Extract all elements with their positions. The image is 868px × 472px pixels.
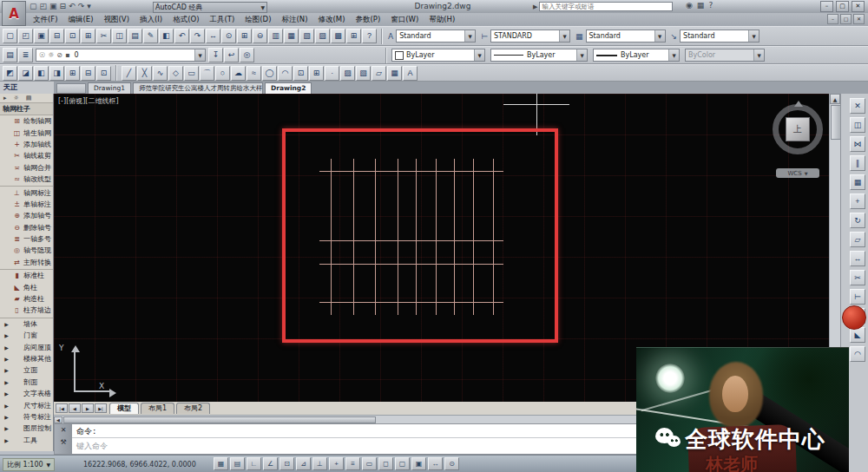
palette-item[interactable]: ⊞绘制轴网 bbox=[0, 115, 53, 127]
fillet-icon[interactable]: ◠ bbox=[850, 346, 865, 362]
chevron-down-icon[interactable]: ▼ bbox=[474, 49, 484, 61]
palette-item[interactable]: ◣角柱 bbox=[0, 281, 53, 292]
menu-item[interactable]: 修改(M) bbox=[312, 15, 350, 25]
mleader-style-select[interactable]: Standard ▼ bbox=[680, 30, 760, 43]
make-block-icon[interactable]: ⊞ bbox=[309, 66, 324, 81]
paste-icon[interactable]: ▤ bbox=[128, 29, 142, 43]
sheet-set-manager-icon[interactable]: ▨ bbox=[315, 29, 330, 43]
palette-item[interactable]: ≍轴网合并 bbox=[0, 162, 53, 174]
palette-item[interactable]: ▶图层控制 bbox=[0, 423, 53, 434]
table-icon[interactable]: ▦ bbox=[387, 66, 402, 81]
tool-palettes-icon[interactable]: ▧ bbox=[299, 29, 314, 43]
designcenter-icon[interactable]: ▦ bbox=[284, 29, 299, 43]
spline-icon[interactable]: ≈ bbox=[247, 66, 261, 81]
pan-realtime-icon[interactable]: ↔ bbox=[206, 29, 220, 43]
command-window-grip[interactable]: ✕ ⚒ bbox=[55, 424, 72, 454]
quick-view-layouts-button[interactable]: ▢ bbox=[395, 457, 410, 470]
dim-style-select[interactable]: STANDARD ▼ bbox=[490, 30, 570, 43]
osnap-tool-icon[interactable]: ◪ bbox=[18, 66, 33, 81]
chevron-down-icon[interactable]: ▼ bbox=[464, 30, 475, 42]
grid-toggle[interactable]: ▤ bbox=[230, 457, 245, 470]
polygon-icon[interactable]: ◇ bbox=[168, 66, 183, 81]
palette-item[interactable]: +添加轴线 bbox=[0, 139, 53, 150]
layout-tab[interactable]: 模型 bbox=[109, 403, 139, 414]
palette-item[interactable]: ▶门窗 bbox=[0, 330, 53, 341]
qsave-icon[interactable]: ▣ bbox=[34, 29, 49, 43]
menu-item[interactable]: 绘图(D) bbox=[240, 15, 276, 25]
scroll-left-button[interactable]: ◀ bbox=[54, 416, 62, 423]
prev-tab-button[interactable]: ◀ bbox=[69, 403, 81, 413]
hatch-icon[interactable]: ▨ bbox=[340, 66, 355, 81]
palette-item[interactable]: ◎轴号隐现 bbox=[0, 245, 53, 256]
palette-settings-icon[interactable]: ☼ bbox=[14, 95, 19, 102]
block-editor-icon[interactable]: ◧ bbox=[159, 29, 174, 43]
polar-toggle[interactable]: ∠ bbox=[263, 457, 278, 470]
palette-item[interactable]: ▶墙体 bbox=[0, 318, 53, 330]
ellipse-arc-icon[interactable]: ◠ bbox=[278, 66, 293, 81]
snap-toggle[interactable]: ▦ bbox=[214, 457, 228, 470]
palette-menu-icon[interactable]: ▤ bbox=[26, 95, 32, 102]
palette-item[interactable]: ⊥轴网标注 bbox=[0, 186, 53, 198]
palette-item[interactable]: ▶工具 bbox=[0, 435, 53, 446]
open-icon[interactable]: ◰ bbox=[18, 29, 33, 43]
copy-object-icon[interactable]: ◫ bbox=[850, 117, 865, 133]
palette-item[interactable]: ⊕添加轴号 bbox=[0, 210, 53, 221]
camera-tool-icon[interactable]: ⊡ bbox=[96, 66, 111, 81]
lineweight-control-select[interactable]: ByLayer ▼ bbox=[593, 49, 680, 62]
palette-item[interactable]: ±单轴标注 bbox=[0, 199, 53, 210]
layer-previous-icon[interactable]: ↩ bbox=[224, 48, 239, 62]
palette-item[interactable]: ≈轴改线型 bbox=[0, 174, 53, 185]
viewcube[interactable]: 上 bbox=[786, 117, 810, 141]
osnap-toggle[interactable]: ⊡ bbox=[279, 457, 294, 470]
restore-button[interactable]: ▢ bbox=[836, 1, 849, 12]
layer-state-icon[interactable]: ⊘ bbox=[56, 51, 62, 59]
workspace-switcher[interactable]: AutoCAD 经典 ▼ bbox=[153, 2, 267, 13]
menu-item[interactable]: 文件(F) bbox=[28, 15, 63, 25]
offset-icon[interactable]: ∥ bbox=[850, 155, 865, 171]
qat-customize-icon[interactable]: ▾ bbox=[87, 1, 91, 12]
scale-control[interactable]: 比例 1:100 ▼ bbox=[3, 458, 55, 471]
insert-block-tool-icon[interactable]: ◩ bbox=[3, 66, 17, 81]
palette-item[interactable]: ✂轴线裁剪 bbox=[0, 150, 53, 161]
zoom-previous-icon[interactable]: ⊖ bbox=[253, 29, 267, 43]
wcs-menu[interactable]: WCS ▼ bbox=[776, 168, 819, 178]
first-tab-button[interactable]: |◀ bbox=[56, 403, 68, 413]
document-tab[interactable]: Drawing1 bbox=[88, 82, 131, 94]
scale-icon[interactable]: ▱ bbox=[850, 232, 865, 247]
cut-icon[interactable]: ✂ bbox=[96, 29, 111, 43]
region-icon[interactable]: ▱ bbox=[372, 66, 386, 81]
arc-icon[interactable]: ⌒ bbox=[200, 66, 214, 81]
palette-item[interactable]: ▶尺寸标注 bbox=[0, 399, 53, 410]
layer-states-icon[interactable]: ≣ bbox=[18, 48, 33, 62]
plot-preview-icon[interactable]: ⊡ bbox=[65, 29, 80, 43]
next-tab-button[interactable]: ▶ bbox=[82, 403, 94, 413]
qp-toggle[interactable]: ▭ bbox=[362, 457, 377, 470]
chevron-down-icon[interactable]: ▼ bbox=[559, 30, 569, 42]
sign-in-icon[interactable]: ▦ bbox=[697, 1, 705, 10]
palette-item[interactable]: ▶房间屋顶 bbox=[0, 341, 53, 352]
line-icon[interactable]: ╱ bbox=[122, 66, 136, 81]
last-tab-button[interactable]: ▶| bbox=[95, 403, 107, 413]
layer-state-icon[interactable]: ☉ bbox=[39, 51, 45, 59]
layer-isolate-icon[interactable]: ◎ bbox=[240, 48, 254, 62]
zoom-realtime-icon[interactable]: ⊙ bbox=[221, 29, 236, 43]
horizontal-scrollbar-thumb[interactable] bbox=[63, 416, 376, 423]
match-properties-icon[interactable]: ✎ bbox=[143, 29, 158, 43]
help-menu-icon[interactable]: ? bbox=[708, 1, 713, 10]
palette-item[interactable]: ▰构造柱 bbox=[0, 293, 53, 305]
copy-icon[interactable]: ◫ bbox=[112, 29, 127, 43]
redo-icon[interactable]: ↷ bbox=[190, 29, 205, 43]
point-icon[interactable]: ∙ bbox=[325, 66, 339, 81]
chevron-down-icon[interactable]: ▼ bbox=[576, 49, 587, 61]
plot-icon[interactable]: ⊟ bbox=[60, 1, 67, 12]
layer-properties-icon[interactable]: ▤ bbox=[3, 48, 17, 62]
autocad-logo-button[interactable]: A bbox=[2, 1, 26, 26]
zoom-window-icon[interactable]: ⊞ bbox=[237, 29, 252, 43]
layer-control-select[interactable]: ☉☼⊘▪ 0 ▼ bbox=[36, 49, 206, 62]
document-tab[interactable]: 师范学院研究生公寓楼人才周转房给水大样图(修改) bbox=[133, 82, 263, 94]
markup-set-manager-icon[interactable]: ▩ bbox=[331, 29, 345, 43]
palette-item[interactable]: ⊖删除轴号 bbox=[0, 222, 53, 233]
layer-state-icon[interactable]: ▪ bbox=[65, 51, 69, 59]
view-tool-icon[interactable]: ◨ bbox=[49, 66, 64, 81]
layer-state-icon[interactable]: ☼ bbox=[48, 51, 54, 59]
